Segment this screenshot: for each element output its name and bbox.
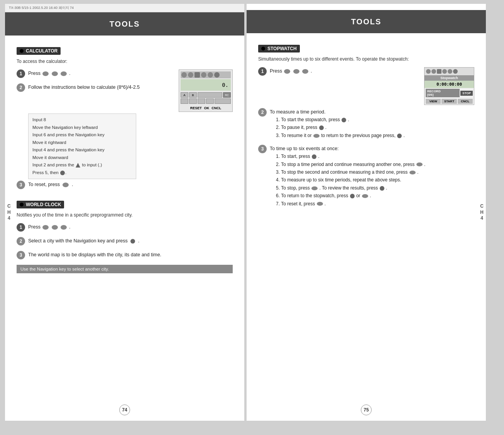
svg-point-17	[312, 154, 316, 159]
sw3-reset-icon	[316, 201, 323, 206]
sw-step1-block: Stopwatch 0:00:00:00 RECORD [0/6] STOP V…	[258, 67, 474, 105]
sw3-start-icon	[311, 154, 317, 159]
sw-view-btn: VIEW	[426, 99, 441, 104]
svg-point-23	[362, 194, 368, 198]
wc-btn2	[51, 225, 58, 230]
calc-step1-text: Press .	[28, 69, 175, 77]
file-info: TX-30B 5/15-1 2002.5.20 16:40 페이지 74	[5, 4, 244, 12]
world-clock-desc: Notifies you of the time in a specific p…	[17, 212, 233, 218]
calc-step1-circle: 1	[17, 69, 25, 78]
spread: TX-30B 5/15-1 2002.5.20 16:40 페이지 74 TOO…	[5, 4, 499, 421]
sw-step3-list: 1. To start, press . 2. To stop a time p…	[276, 152, 474, 208]
ch-label-right: C H 4	[480, 203, 484, 222]
right-page-content: C H 4 STOPWATCH Simultaneously times up …	[247, 41, 486, 225]
calc-step2: 2 Follow the instructions below to calcu…	[17, 83, 175, 92]
calculator-section: CALCULATOR To access the calculator:	[17, 47, 233, 189]
calc-step2-circle: 2	[17, 83, 25, 92]
sw-cncl-btn: CNCL	[458, 99, 473, 104]
right-page-number: 75	[361, 405, 372, 415]
svg-point-10	[284, 69, 290, 74]
stopwatch-section: STOPWATCH Simultaneously times up to six…	[258, 45, 474, 208]
stopwatch-image: Stopwatch 0:00:00:00 RECORD [0/6] STOP V…	[424, 67, 474, 105]
left-page-header: TOOLS	[5, 12, 244, 36]
nav-icon	[75, 162, 81, 168]
right-page-header: TOOLS	[247, 10, 486, 33]
sw-step1-text: Press .	[270, 67, 420, 75]
wc-step3-text: The world map is to be displays with the…	[28, 251, 233, 259]
sw-start-icon	[341, 117, 347, 123]
stopwatch-dot	[261, 47, 265, 51]
sw-nav-row: VIEW START CNCL	[425, 98, 474, 105]
svg-point-0	[42, 71, 49, 76]
sw-record-row: RECORD [0/6] STOP	[425, 88, 474, 98]
wc-step1: 1 Press .	[17, 223, 233, 232]
remote-btn-icon2	[51, 71, 58, 76]
sw-stop-btn: STOP	[460, 91, 473, 96]
svg-point-8	[61, 225, 67, 230]
sw-pause-icon	[319, 125, 324, 130]
left-page-number: 74	[119, 405, 130, 415]
sw3-return-icon	[350, 193, 355, 199]
svg-point-12	[302, 69, 308, 74]
sw-start-btn: START	[441, 99, 457, 104]
wc-step1-text: Press .	[28, 223, 233, 231]
remote-btn-icon1	[42, 71, 49, 76]
svg-point-14	[319, 125, 324, 130]
svg-point-21	[380, 186, 384, 191]
world-clock-heading: WORLD CLOCK	[17, 201, 64, 208]
svg-point-22	[350, 194, 355, 198]
svg-marker-3	[76, 163, 80, 168]
left-header-title: TOOLS	[110, 20, 140, 29]
calculator-desc: To access the calculator:	[17, 58, 233, 65]
sw3-third-icon	[409, 170, 416, 175]
svg-point-4	[60, 171, 65, 175]
left-page: TX-30B 5/15-1 2002.5.20 16:40 페이지 74 TOO…	[5, 4, 244, 421]
wc-step2-text: Select a city with the Navigation key an…	[28, 237, 233, 245]
svg-point-13	[342, 118, 346, 122]
sw-step2-list: 1. To start the stopwatch, press . 2. To…	[276, 116, 474, 139]
wc-step3-circle: 3	[17, 251, 25, 259]
sw3-stop2-icon	[311, 186, 318, 191]
sw-record-btn: RECORD [0/6]	[426, 89, 460, 97]
svg-point-24	[317, 202, 323, 206]
sw-step3-circle: 3	[258, 145, 267, 153]
svg-point-1	[52, 71, 58, 76]
svg-point-19	[409, 171, 416, 174]
stopwatch-desc: Simultaneously times up to six different…	[258, 56, 474, 63]
sw-press-btn3	[302, 69, 309, 74]
reset-btn-icon	[62, 182, 69, 188]
wc-step3: 3 The world map is to be displays with t…	[17, 251, 233, 259]
calc-step3-text: To reset, press .	[28, 181, 233, 188]
sw3-or-icon	[362, 194, 369, 198]
calculator-image: 0. A B RC	[179, 69, 233, 112]
svg-point-5	[63, 183, 69, 187]
sw3-review-icon	[379, 186, 385, 191]
remote-btn-icon3	[60, 71, 67, 76]
ch-label-left: C H 4	[7, 203, 11, 222]
wc-step2: 2 Select a city with the Navigation key …	[17, 237, 233, 245]
calc-step1-block: 0. A B RC	[17, 69, 233, 112]
sw-prev-icon	[397, 133, 402, 139]
svg-point-2	[61, 71, 67, 76]
ok-btn-icon	[60, 170, 65, 176]
sw-press-btn2	[293, 69, 300, 74]
wc-btn1	[42, 225, 49, 230]
svg-point-16	[397, 134, 402, 138]
svg-point-6	[42, 225, 49, 230]
ok-btn-wc	[130, 239, 135, 244]
right-header-title: TOOLS	[351, 17, 382, 26]
wc-step2-circle: 2	[17, 237, 25, 245]
svg-point-9	[130, 239, 135, 244]
sw-step3: 3 To time up to six events at once: 1. T…	[258, 145, 474, 208]
sw-top-bar	[425, 68, 474, 75]
svg-point-15	[313, 134, 320, 138]
sw-title-bar: Stopwatch	[425, 75, 474, 81]
calc-screen: 0.	[181, 79, 231, 91]
calc-step1: 1 Press .	[17, 69, 175, 78]
calculator-heading: CALCULATOR	[17, 47, 61, 55]
world-clock-section: WORLD CLOCK Notifies you of the time in …	[17, 201, 233, 273]
calc-step3-circle: 3	[17, 181, 25, 189]
left-page-content: C H 4 CALCULATOR To access the calculato…	[5, 43, 244, 285]
stopwatch-heading: STOPWATCH	[258, 45, 300, 52]
sw3-stop-icon	[416, 162, 423, 167]
